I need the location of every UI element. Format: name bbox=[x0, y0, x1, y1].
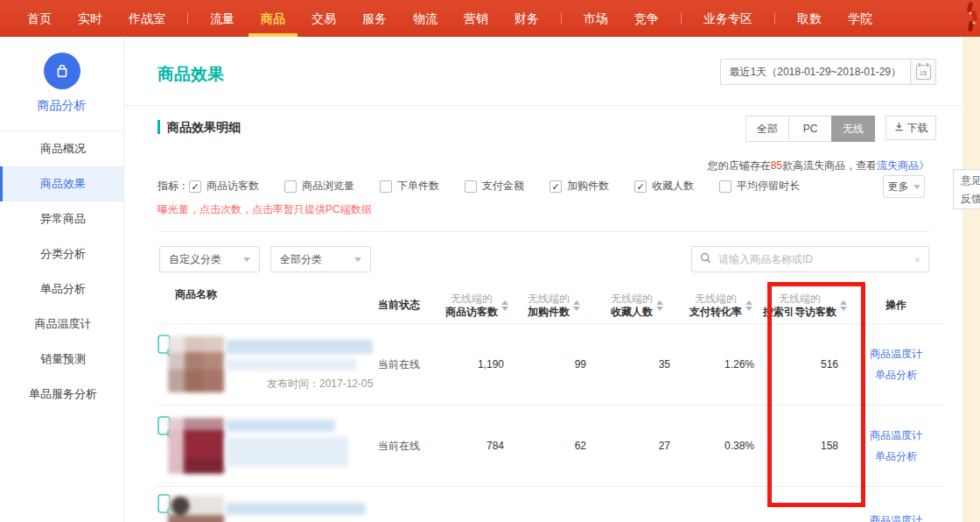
header-label: 支付转化率 bbox=[690, 306, 742, 319]
churn-notice: 您的店铺存在85款高流失商品，查看流失商品》 bbox=[708, 159, 929, 173]
col-header-favorites[interactable]: 无线端的收藏人数 bbox=[595, 293, 679, 319]
product-image-blurred bbox=[168, 336, 224, 392]
nav-item-traffic[interactable]: 流量 bbox=[197, 0, 248, 37]
churn-products-link[interactable]: 流失商品》 bbox=[877, 159, 929, 172]
favorites-value: 35 bbox=[595, 358, 679, 370]
tab-pc[interactable]: PC bbox=[788, 116, 832, 142]
sort-icon[interactable] bbox=[573, 300, 580, 311]
checkbox-checked-icon[interactable]: ✓ bbox=[189, 180, 201, 193]
product-thermometer-link[interactable]: 商品温度计 bbox=[847, 343, 945, 364]
feedback-label-line1: 意见 bbox=[954, 172, 980, 190]
calendar-button[interactable]: 15 bbox=[911, 59, 936, 85]
sidebar-item-product-effect[interactable]: 商品效果 bbox=[0, 166, 123, 201]
metric-option-cart[interactable]: ✓加购件数 bbox=[550, 179, 609, 194]
search-visitors-value: 158 bbox=[763, 440, 847, 452]
cart-value: 62 bbox=[513, 440, 595, 452]
nav-item-realtime[interactable]: 实时 bbox=[65, 0, 116, 37]
visitors-value: 1,190 bbox=[441, 358, 513, 370]
nav-item-service[interactable]: 服务 bbox=[349, 0, 400, 37]
nav-item-warroom[interactable]: 作战室 bbox=[116, 0, 178, 37]
cart-value: 99 bbox=[513, 358, 595, 370]
all-category-value: 全部分类 bbox=[280, 252, 322, 267]
product-cell[interactable] bbox=[158, 487, 378, 522]
metric-option-staytime[interactable]: 平均停留时长 bbox=[719, 179, 800, 194]
nav-divider bbox=[774, 12, 775, 25]
checkbox-unchecked-icon[interactable] bbox=[380, 180, 392, 193]
col-header-cart[interactable]: 无线端的加购件数 bbox=[513, 293, 595, 319]
actions-cell: 商品温度计 单品分析 bbox=[847, 425, 945, 467]
product-search-box: × bbox=[691, 246, 929, 272]
product-thermometer-link[interactable]: 商品温度计 bbox=[847, 425, 945, 446]
nav-item-academy[interactable]: 学院 bbox=[835, 0, 886, 37]
search-input[interactable] bbox=[717, 252, 914, 266]
sort-icon[interactable] bbox=[746, 300, 752, 311]
checkbox-unchecked-icon[interactable] bbox=[719, 180, 732, 193]
sidebar-item-single-item-analysis[interactable]: 单品分析 bbox=[0, 272, 123, 307]
metric-option-visitors[interactable]: ✓商品访客数 bbox=[189, 179, 259, 194]
nav-item-bizzone[interactable]: 业务专区 bbox=[690, 0, 766, 37]
nav-item-product[interactable]: 商品 bbox=[248, 0, 298, 37]
more-metrics-button[interactable]: 更多 bbox=[883, 175, 925, 198]
nav-item-finance[interactable]: 财务 bbox=[501, 0, 552, 37]
actions-cell: 商品温度计 单品分析 bbox=[847, 343, 945, 385]
custom-category-dropdown[interactable]: 自定义分类 bbox=[159, 246, 260, 272]
single-item-analysis-link[interactable]: 单品分析 bbox=[847, 446, 945, 467]
product-thermometer-link[interactable]: 商品温度计 bbox=[847, 510, 945, 522]
sort-icon[interactable] bbox=[840, 300, 847, 311]
date-range-value[interactable]: 最近1天（2018-01-29~2018-01-29） bbox=[720, 59, 911, 85]
metric-option-favorites[interactable]: ✓收藏人数 bbox=[634, 179, 694, 194]
sidebar-item-product-thermometer[interactable]: 商品温度计 bbox=[0, 307, 123, 342]
sidebar-item-product-overview[interactable]: 商品概况 bbox=[0, 131, 123, 166]
product-cell[interactable] bbox=[158, 406, 378, 486]
metric-option-pageviews[interactable]: 商品浏览量 bbox=[284, 179, 354, 194]
download-button[interactable]: 下载 bbox=[886, 116, 936, 140]
sidebar-item-abnormal-products[interactable]: 异常商品 bbox=[0, 201, 123, 236]
checkbox-checked-icon[interactable]: ✓ bbox=[550, 180, 562, 193]
sidebar-item-sales-forecast[interactable]: 销量预测 bbox=[0, 342, 123, 377]
feedback-label-line2: 反馈 bbox=[954, 190, 980, 208]
metric-label: 商品浏览量 bbox=[302, 179, 354, 194]
col-header-conversion[interactable]: 无线端的支付转化率 bbox=[679, 293, 763, 319]
all-category-dropdown[interactable]: 全部分类 bbox=[270, 246, 371, 272]
sort-icon[interactable] bbox=[656, 300, 663, 311]
divider bbox=[158, 231, 929, 232]
nav-item-competition[interactable]: 竞争 bbox=[621, 0, 672, 37]
firecracker-decoration bbox=[962, 0, 978, 37]
nav-item-logistics[interactable]: 物流 bbox=[400, 0, 451, 37]
checkbox-unchecked-icon[interactable] bbox=[465, 180, 477, 193]
metric-option-orders[interactable]: 下单件数 bbox=[380, 179, 439, 194]
table-row: 发布时间：2017-12-05 当前在线 1,190 99 35 1.26% 5… bbox=[158, 324, 945, 406]
metric-label: 平均停留时长 bbox=[737, 179, 800, 194]
checkbox-unchecked-icon[interactable] bbox=[284, 180, 297, 193]
nav-item-home[interactable]: 首页 bbox=[14, 0, 65, 37]
nav-divider bbox=[187, 12, 188, 25]
custom-category-value: 自定义分类 bbox=[169, 252, 221, 267]
product-title-blurred bbox=[226, 503, 366, 515]
nav-item-data[interactable]: 取数 bbox=[784, 0, 835, 37]
wireless-prefix: 无线端的 bbox=[779, 293, 821, 306]
sort-icon[interactable] bbox=[501, 300, 508, 311]
single-item-analysis-link[interactable]: 单品分析 bbox=[847, 364, 945, 385]
chevron-down-icon bbox=[354, 257, 361, 262]
status-value: 当前在线 bbox=[378, 357, 441, 372]
checkbox-checked-icon[interactable]: ✓ bbox=[634, 180, 647, 193]
nav-item-trade[interactable]: 交易 bbox=[298, 0, 349, 37]
col-header-status: 当前状态 bbox=[378, 298, 441, 313]
nav-item-market[interactable]: 市场 bbox=[570, 0, 621, 37]
col-header-visitors[interactable]: 无线端的商品访客数 bbox=[441, 293, 513, 319]
tab-all[interactable]: 全部 bbox=[746, 116, 789, 142]
tab-wireless[interactable]: 无线 bbox=[831, 116, 875, 142]
product-cell[interactable]: 发布时间：2017-12-05 bbox=[158, 324, 378, 405]
nav-item-marketing[interactable]: 营销 bbox=[451, 0, 501, 37]
product-title-blurred bbox=[226, 420, 335, 432]
sidebar-item-category-analysis[interactable]: 分类分析 bbox=[0, 236, 123, 272]
wireless-prefix: 无线端的 bbox=[695, 293, 737, 306]
sidebar-item-item-service-analysis[interactable]: 单品服务分析 bbox=[0, 377, 123, 412]
col-header-product: 商品名称 bbox=[158, 287, 378, 323]
col-header-search-visitors[interactable]: 无线端的搜索引导访客数 bbox=[763, 293, 847, 319]
metric-option-payment[interactable]: 支付金额 bbox=[465, 179, 524, 194]
clear-search-icon[interactable]: × bbox=[914, 253, 920, 266]
nav-divider bbox=[561, 12, 562, 25]
feedback-tab[interactable]: 意见 反馈 bbox=[953, 169, 980, 209]
metrics-selector-row: 指标： ✓商品访客数 商品浏览量 下单件数 支付金额 ✓加购件数 ✓收藏人数 平… bbox=[158, 179, 825, 194]
